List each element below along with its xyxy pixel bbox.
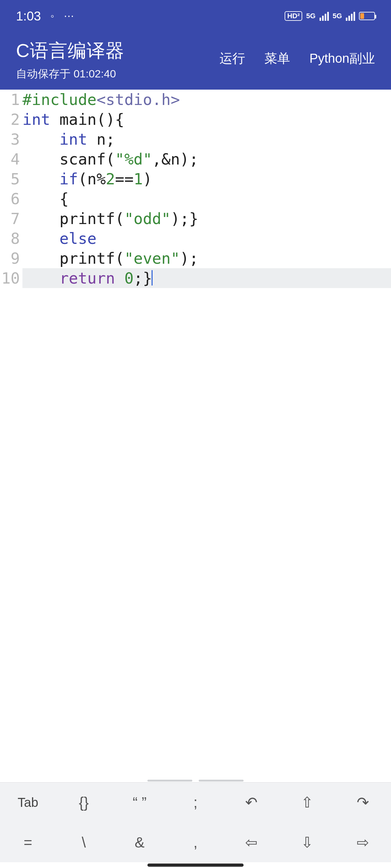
signal-2-label: 5G [333,12,342,20]
toolbar-row2-key-2[interactable]: & [112,823,168,863]
toolbar-row2-key-4[interactable]: ⇦ [223,823,279,863]
line-number: 1 [0,90,20,110]
toolbar-row2-key-1[interactable]: \ [56,823,112,863]
run-button[interactable]: 运行 [220,50,245,67]
toolbar-row1-key-4[interactable]: ↶ [223,782,279,823]
code-line[interactable]: { [22,189,391,209]
menu-button[interactable]: 菜单 [264,50,290,67]
toolbar-row1-key-0[interactable]: Tab [0,782,56,823]
code-line[interactable]: int main(){ [22,110,391,129]
toolbar-row2-key-3[interactable]: , [168,823,223,863]
more-icon: ⋯ [64,10,74,22]
line-number: 4 [0,149,20,169]
line-number: 2 [0,110,20,129]
line-number: 6 [0,189,20,209]
code-line[interactable]: printf("odd");} [22,209,391,228]
toolbar-row2-key-5[interactable]: ⇩ [279,823,335,863]
hd-badge-icon: HD² [285,11,302,21]
toolbar-row1-key-2[interactable]: “ ” [112,782,168,823]
line-number: 8 [0,228,20,248]
line-number: 9 [0,248,20,268]
code-line[interactable]: #include<stdio.h> [22,90,391,110]
python-side-button[interactable]: Python副业 [309,50,375,67]
line-number: 10 [0,268,20,288]
signal-1-icon [319,11,329,21]
code-content[interactable]: #include<stdio.h>int main(){ int n; scan… [22,90,391,288]
line-number: 3 [0,129,20,149]
toolbar-row2-key-6[interactable]: ⇨ [335,823,391,863]
toolbar-row1-key-6[interactable]: ↷ [335,782,391,823]
app-header: C语言编译器 自动保存于 01:02:40 运行 菜单 Python副业 [0,32,391,90]
app-title: C语言编译器 [16,38,124,63]
code-line[interactable]: return 0;} [22,268,391,288]
code-editor[interactable]: 12345678910 #include<stdio.h>int main(){… [0,90,391,782]
record-icon: ◦ [51,10,54,22]
code-line[interactable]: printf("even"); [22,248,391,268]
toolbar-row1-key-5[interactable]: ⇧ [279,782,335,823]
signal-1-label: 5G [306,12,315,20]
code-line[interactable]: int n; [22,129,391,149]
scroll-hint [0,780,391,782]
signal-2-icon [346,11,355,21]
line-number: 5 [0,169,20,189]
line-number-gutter: 12345678910 [0,90,22,288]
code-line[interactable]: else [22,228,391,248]
clock: 1:03 [16,9,41,23]
autosave-label: 自动保存于 01:02:40 [16,67,124,81]
code-line[interactable]: if(n%2==1) [22,169,391,189]
home-indicator[interactable] [0,862,391,868]
battery-icon [359,12,375,20]
text-cursor [151,270,152,285]
symbol-toolbar: Tab{}“ ”;↶⇧↷ =\&,⇦⇩⇨ [0,782,391,862]
line-number: 7 [0,209,20,228]
status-bar: 1:03 ◦ ⋯ HD² 5G 5G [0,0,391,32]
code-line[interactable]: scanf("%d",&n); [22,149,391,169]
toolbar-row2-key-0[interactable]: = [0,823,56,863]
toolbar-row1-key-1[interactable]: {} [56,782,112,823]
toolbar-row1-key-3[interactable]: ; [168,782,223,823]
